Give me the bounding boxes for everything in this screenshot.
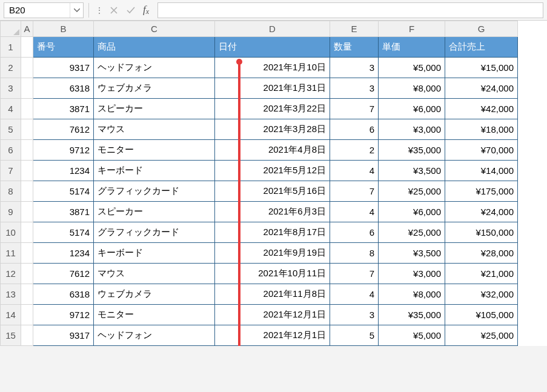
cell[interactable]: ¥70,000	[445, 140, 518, 161]
cell[interactable]: 4	[330, 284, 379, 305]
cell[interactable]: 6	[330, 119, 379, 140]
cell[interactable]: ¥15,000	[445, 58, 518, 78]
cell[interactable]: 9712	[33, 140, 94, 161]
cell[interactable]: 9317	[33, 325, 94, 346]
cell[interactable]: 3871	[33, 99, 94, 119]
cell[interactable]: 1234	[33, 243, 94, 264]
cell[interactable]: ¥14,000	[445, 161, 518, 181]
cell[interactable]: ¥8,000	[379, 284, 445, 305]
cell[interactable]	[21, 222, 33, 243]
col-header-F[interactable]: F	[379, 21, 445, 37]
cell[interactable]: ヘッドフォン	[94, 58, 215, 78]
row-header[interactable]: 4	[1, 99, 21, 119]
cell[interactable]	[21, 305, 33, 325]
cell[interactable]: スピーカー	[94, 99, 215, 119]
cell[interactable]: 7	[330, 181, 379, 202]
cell[interactable]	[21, 243, 33, 264]
cell[interactable]: グラフィックカード	[94, 222, 215, 243]
table-header-cell[interactable]: 単価	[379, 37, 445, 58]
cell[interactable]: 2021年12月1日	[215, 305, 330, 325]
cell[interactable]	[21, 264, 33, 284]
cell[interactable]	[21, 325, 33, 346]
cell[interactable]: ¥32,000	[445, 284, 518, 305]
cell[interactable]	[21, 58, 33, 78]
name-box-input[interactable]	[4, 3, 70, 18]
cell[interactable]: 2021年6月3日	[215, 202, 330, 222]
name-box[interactable]	[4, 2, 84, 18]
row-header[interactable]: 15	[1, 325, 21, 346]
cell[interactable]: ¥21,000	[445, 264, 518, 284]
cell[interactable]: ¥6,000	[379, 99, 445, 119]
cell[interactable]: ¥25,000	[379, 181, 445, 202]
cell[interactable]: マウス	[94, 264, 215, 284]
cell[interactable]: 2021年12月1日	[215, 325, 330, 346]
cell[interactable]	[21, 181, 33, 202]
cell[interactable]: ¥8,000	[379, 78, 445, 99]
cell[interactable]: マウス	[94, 119, 215, 140]
cell[interactable]: 7	[330, 99, 379, 119]
cell[interactable]	[21, 99, 33, 119]
row-header[interactable]: 2	[1, 58, 21, 78]
cell[interactable]: キーボード	[94, 161, 215, 181]
row-header[interactable]: 1	[1, 37, 21, 58]
enter-button[interactable]	[124, 3, 138, 18]
row-header[interactable]: 6	[1, 140, 21, 161]
name-box-dropdown[interactable]	[70, 3, 83, 18]
cell[interactable]: ¥25,000	[379, 222, 445, 243]
insert-function-button[interactable]: fx	[141, 4, 151, 16]
cell[interactable]	[21, 140, 33, 161]
row-header[interactable]: 9	[1, 202, 21, 222]
cell[interactable]: 2	[330, 140, 379, 161]
cell[interactable]: ¥175,000	[445, 181, 518, 202]
cell[interactable]: スピーカー	[94, 202, 215, 222]
cell[interactable]	[21, 161, 33, 181]
cell[interactable]: ウェブカメラ	[94, 284, 215, 305]
cell[interactable]: ¥3,500	[379, 161, 445, 181]
cell[interactable]: ¥25,000	[445, 325, 518, 346]
cell[interactable]: 4	[330, 202, 379, 222]
cell[interactable]: 1234	[33, 161, 94, 181]
cell[interactable]: ¥3,000	[379, 264, 445, 284]
cell[interactable]: 6	[330, 222, 379, 243]
cell[interactable]: ¥42,000	[445, 99, 518, 119]
cell[interactable]: モニター	[94, 305, 215, 325]
cell-A1[interactable]	[21, 37, 33, 58]
col-header-E[interactable]: E	[330, 21, 379, 37]
row-header[interactable]: 14	[1, 305, 21, 325]
cell[interactable]: 2021年8月17日	[215, 222, 330, 243]
cell[interactable]: ¥105,000	[445, 305, 518, 325]
col-header-A[interactable]: A	[21, 21, 33, 37]
cell[interactable]: 6318	[33, 78, 94, 99]
cell[interactable]: 5174	[33, 222, 94, 243]
cell[interactable]: 6318	[33, 284, 94, 305]
cell[interactable]: ¥24,000	[445, 78, 518, 99]
table-header-cell[interactable]: 商品	[94, 37, 215, 58]
cell[interactable]: キーボード	[94, 243, 215, 264]
cell[interactable]: ¥3,500	[379, 243, 445, 264]
cell[interactable]	[21, 78, 33, 99]
select-all-corner[interactable]	[1, 21, 21, 37]
cell[interactable]: 7	[330, 264, 379, 284]
row-header[interactable]: 7	[1, 161, 21, 181]
col-header-G[interactable]: G	[445, 21, 518, 37]
spreadsheet-grid[interactable]: A B C D E F G 1番号商品日付数量単価合計売上29317ヘッドフォン…	[0, 21, 547, 346]
cell[interactable]	[21, 119, 33, 140]
row-header[interactable]: 5	[1, 119, 21, 140]
cell[interactable]: ¥5,000	[379, 325, 445, 346]
row-header[interactable]: 10	[1, 222, 21, 243]
cell[interactable]: 5174	[33, 181, 94, 202]
cell[interactable]: 3	[330, 58, 379, 78]
cell[interactable]: ¥3,000	[379, 119, 445, 140]
cell[interactable]: 5	[330, 325, 379, 346]
cell[interactable]: 7612	[33, 119, 94, 140]
cell[interactable]: 2021年3月28日	[215, 119, 330, 140]
col-header-D[interactable]: D	[215, 21, 330, 37]
cell[interactable]: 4	[330, 161, 379, 181]
col-header-C[interactable]: C	[94, 21, 215, 37]
row-header[interactable]: 3	[1, 78, 21, 99]
cell[interactable]: 9317	[33, 58, 94, 78]
cell[interactable]: 2021年9月19日	[215, 243, 330, 264]
row-header[interactable]: 13	[1, 284, 21, 305]
cell[interactable]: 9712	[33, 305, 94, 325]
table-header-cell[interactable]: 日付	[215, 37, 330, 58]
